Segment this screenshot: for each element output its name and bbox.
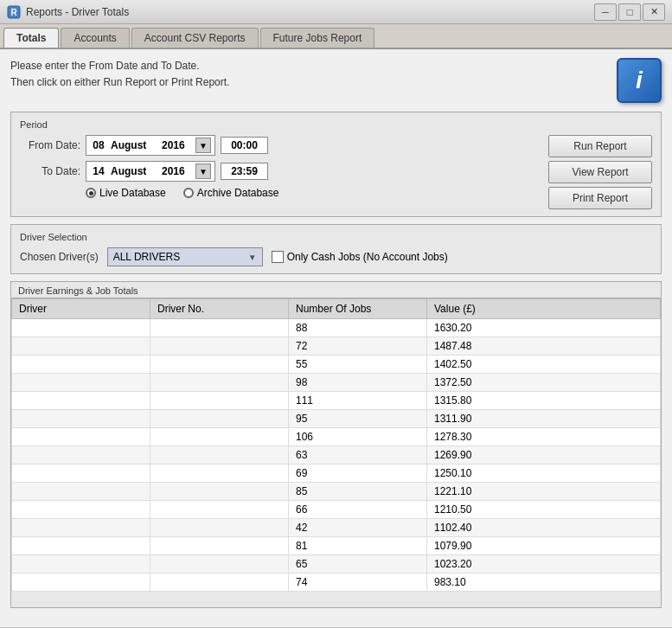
table-row: 88 1630.20: [12, 319, 661, 337]
cell-driver: [12, 519, 150, 537]
cell-value: 1079.90: [427, 537, 661, 555]
from-date-label: From Date:: [20, 139, 80, 151]
info-line2: Then click on either Run Report or Print…: [10, 74, 229, 91]
table-row: 85 1221.10: [12, 483, 661, 501]
live-radio-button[interactable]: [86, 188, 96, 198]
print-report-button[interactable]: Print Report: [548, 187, 652, 209]
tab-future-jobs[interactable]: Future Jobs Report: [260, 28, 375, 48]
from-date-calendar-button[interactable]: ▼: [195, 138, 211, 153]
cell-numjobs: 88: [289, 319, 427, 337]
cell-value: 1402.50: [427, 356, 661, 374]
cell-driver: [12, 537, 150, 555]
cell-numjobs: 55: [289, 356, 427, 374]
from-date-row: From Date: 08 August 2016 ▼ 00:00: [20, 135, 534, 156]
period-label: Period: [20, 119, 652, 130]
dates-and-buttons: From Date: 08 August 2016 ▼ 00:00 To Dat…: [20, 135, 652, 209]
archive-database-radio[interactable]: Archive Database: [183, 187, 279, 199]
from-time-input[interactable]: 00:00: [221, 137, 268, 154]
col-header-jobs: Number Of Jobs: [289, 299, 427, 319]
cell-driverno: [150, 483, 289, 501]
to-date-day: 14: [90, 165, 107, 177]
earnings-table: Driver Driver No. Number Of Jobs Value (…: [11, 298, 661, 592]
cell-driverno: [150, 465, 289, 483]
database-radio-group: Live Database Archive Database: [86, 187, 534, 199]
cell-driver: [12, 319, 150, 337]
table-section-label: Driver Earnings & Job Totals: [11, 282, 661, 298]
view-report-button[interactable]: View Report: [548, 161, 652, 183]
cell-value: 1311.90: [427, 410, 661, 428]
title-bar-controls: ─ □ ✕: [594, 3, 665, 21]
info-icon: i: [617, 58, 662, 103]
cell-value: 1269.90: [427, 446, 661, 465]
cell-driverno: [150, 374, 289, 392]
close-button[interactable]: ✕: [643, 3, 665, 21]
cell-numjobs: 95: [289, 410, 427, 428]
table-header-row: Driver Driver No. Number Of Jobs Value (…: [12, 299, 661, 319]
cell-numjobs: 111: [289, 392, 427, 410]
cash-jobs-label: Only Cash Jobs (No Account Jobs): [287, 251, 448, 263]
cell-numjobs: 72: [289, 337, 427, 356]
table-row: 69 1250.10: [12, 465, 661, 483]
tab-totals[interactable]: Totals: [3, 28, 59, 48]
from-date-day: 08: [90, 139, 107, 151]
cash-jobs-checkbox-item[interactable]: Only Cash Jobs (No Account Jobs): [272, 251, 448, 263]
to-date-input[interactable]: 14 August 2016 ▼: [86, 161, 215, 182]
cell-driver: [12, 501, 150, 519]
cell-numjobs: 66: [289, 501, 427, 519]
cell-driverno: [150, 501, 289, 519]
table-row: 95 1311.90: [12, 410, 661, 428]
col-header-value: Value (£): [427, 299, 661, 319]
cell-driverno: [150, 446, 289, 465]
col-header-driver: Driver: [12, 299, 150, 319]
cell-numjobs: 42: [289, 519, 427, 537]
archive-database-label: Archive Database: [197, 187, 279, 199]
chosen-drivers-label: Chosen Driver(s): [20, 251, 99, 263]
maximize-button[interactable]: □: [618, 3, 641, 21]
driver-selection-section: Driver Selection Chosen Driver(s) ALL DR…: [10, 224, 662, 274]
from-date-month: August: [111, 139, 158, 151]
from-date-input[interactable]: 08 August 2016 ▼: [86, 135, 215, 156]
cell-numjobs: 63: [289, 446, 427, 465]
cell-driver: [12, 483, 150, 501]
cell-driver: [12, 374, 150, 392]
cell-driverno: [150, 319, 289, 337]
to-date-month: August: [111, 165, 158, 177]
cell-value: 983.10: [427, 574, 661, 592]
svg-text:R: R: [10, 8, 17, 17]
cell-driver: [12, 465, 150, 483]
info-section: Please enter the From Date and To Date. …: [10, 58, 662, 103]
to-date-calendar-button[interactable]: ▼: [195, 163, 211, 179]
driver-row: Chosen Driver(s) ALL DRIVERS ▼ Only Cash…: [20, 247, 652, 266]
tab-bar: Totals Accounts Account CSV Reports Futu…: [0, 24, 672, 49]
cell-driver: [12, 392, 150, 410]
cell-value: 1023.20: [427, 555, 661, 574]
cell-value: 1102.40: [427, 519, 661, 537]
table-row: 42 1102.40: [12, 519, 661, 537]
run-report-button[interactable]: Run Report: [548, 135, 652, 157]
to-date-label: To Date:: [20, 165, 80, 177]
cell-driverno: [150, 337, 289, 356]
main-content: Please enter the From Date and To Date. …: [0, 49, 672, 627]
tab-accounts[interactable]: Accounts: [61, 28, 129, 48]
cell-driverno: [150, 574, 289, 592]
cell-driverno: [150, 428, 289, 446]
cash-jobs-checkbox[interactable]: [272, 251, 284, 263]
minimize-button[interactable]: ─: [594, 3, 617, 21]
cell-numjobs: 65: [289, 555, 427, 574]
tab-account-csv[interactable]: Account CSV Reports: [131, 28, 259, 48]
live-database-radio[interactable]: Live Database: [86, 187, 166, 199]
table-wrapper[interactable]: Driver Driver No. Number Of Jobs Value (…: [11, 298, 661, 605]
title-bar-left: R Reports - Driver Totals: [7, 5, 129, 19]
cell-value: 1372.50: [427, 374, 661, 392]
cell-numjobs: 98: [289, 374, 427, 392]
window-title: Reports - Driver Totals: [26, 6, 129, 18]
table-row: 55 1402.50: [12, 356, 661, 374]
archive-radio-button[interactable]: [183, 188, 194, 198]
cell-driverno: [150, 555, 289, 574]
cell-driverno: [150, 356, 289, 374]
info-text: Please enter the From Date and To Date. …: [10, 58, 229, 91]
cell-driver: [12, 446, 150, 465]
to-time-input[interactable]: 23:59: [221, 163, 268, 180]
driver-selection-label: Driver Selection: [20, 232, 652, 242]
chosen-drivers-select[interactable]: ALL DRIVERS ▼: [107, 247, 263, 266]
